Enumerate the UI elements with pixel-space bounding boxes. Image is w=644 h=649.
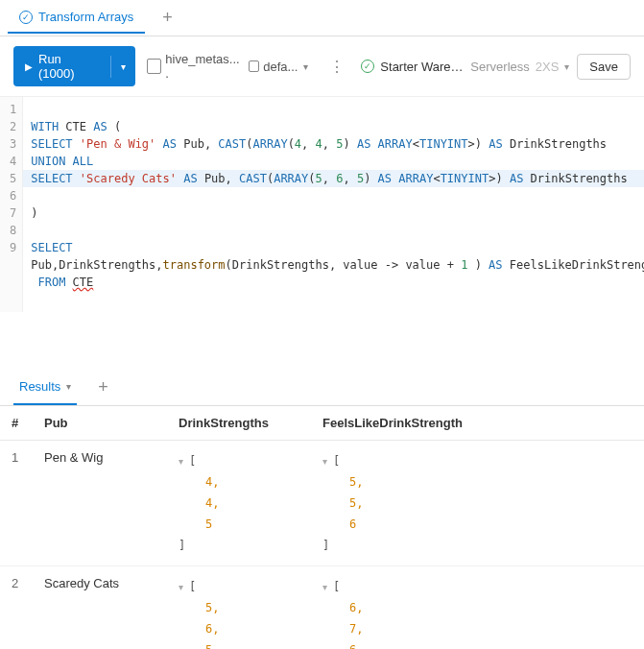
check-circle-icon: ✓: [19, 11, 33, 24]
schema-icon: [249, 60, 260, 72]
line-gutter: 123456789: [0, 97, 23, 312]
cell-pub: Scaredy Cats: [33, 566, 167, 650]
chevron-down-icon: ▾: [564, 61, 569, 72]
chevron-down-icon[interactable]: ▾: [322, 582, 327, 592]
row-index: 1: [0, 441, 33, 566]
chevron-down-icon: ▾: [303, 61, 308, 72]
catalog-name: hive_metas... .: [165, 52, 244, 81]
toolbar: Run (1000) ▾ hive_metas... . defa... ▾ ⋮…: [0, 36, 644, 96]
chevron-down-icon: ▾: [66, 381, 71, 392]
add-results-tab-button[interactable]: +: [98, 377, 108, 397]
schema-name: defa...: [263, 60, 298, 74]
table-row[interactable]: 2Scaredy Cats▾[5,6,5]▾[6,7,6]: [0, 566, 644, 650]
chevron-down-icon[interactable]: ▾: [179, 456, 183, 467]
col-feelslike[interactable]: FeelsLikeDrinkStrength: [311, 406, 644, 441]
check-circle-icon: ✓: [361, 60, 374, 73]
tab-transform-arrays[interactable]: ✓ Transform Arrays: [8, 2, 145, 34]
tab-bar: ✓ Transform Arrays +: [0, 0, 644, 36]
warehouse-type: Serverless: [470, 60, 529, 74]
cell-drinkstrengths: ▾[5,6,5]: [167, 566, 311, 650]
run-button-label: Run (1000): [13, 46, 110, 86]
new-tab-button[interactable]: +: [162, 8, 173, 28]
warehouse-name: Starter Wareh...: [380, 60, 465, 74]
chevron-down-icon[interactable]: ▾: [179, 582, 183, 592]
row-index: 2: [0, 566, 33, 650]
chevron-down-icon[interactable]: ▾: [110, 56, 135, 78]
cell-pub: Pen & Wig: [33, 441, 167, 566]
sql-editor[interactable]: 123456789 WITH CTE AS ( SELECT 'Pen & Wi…: [0, 96, 644, 312]
results-tab-label: Results: [19, 379, 60, 394]
more-menu-button[interactable]: ⋮: [320, 54, 353, 80]
run-button[interactable]: Run (1000) ▾: [13, 46, 135, 86]
results-tab[interactable]: Results ▾: [13, 370, 77, 405]
chevron-down-icon[interactable]: ▾: [322, 456, 327, 467]
col-drinkstrengths[interactable]: DrinkStrengths: [167, 406, 311, 441]
save-button[interactable]: Save: [577, 54, 631, 80]
catalog-picker[interactable]: hive_metas... . defa... ▾: [143, 48, 313, 84]
col-index[interactable]: #: [0, 406, 33, 441]
results-table: # Pub DrinkStrengths FeelsLikeDrinkStren…: [0, 406, 644, 649]
results-bar: Results ▾ +: [0, 370, 644, 406]
table-row[interactable]: 1Pen & Wig▾[4,4,5]▾[5,5,6]: [0, 441, 644, 566]
warehouse-picker[interactable]: ✓ Starter Wareh... Serverless 2XS ▾: [361, 60, 569, 74]
col-pub[interactable]: Pub: [33, 406, 167, 441]
code-area[interactable]: WITH CTE AS ( SELECT 'Pen & Wig' AS Pub,…: [23, 97, 644, 312]
warehouse-size: 2XS: [536, 60, 560, 74]
cell-drinkstrengths: ▾[4,4,5]: [167, 441, 311, 566]
cell-feelslike: ▾[5,5,6]: [311, 441, 644, 566]
table-header-row: # Pub DrinkStrengths FeelsLikeDrinkStren…: [0, 406, 644, 441]
cell-feelslike: ▾[6,7,6]: [311, 566, 644, 650]
tab-title: Transform Arrays: [38, 10, 133, 24]
